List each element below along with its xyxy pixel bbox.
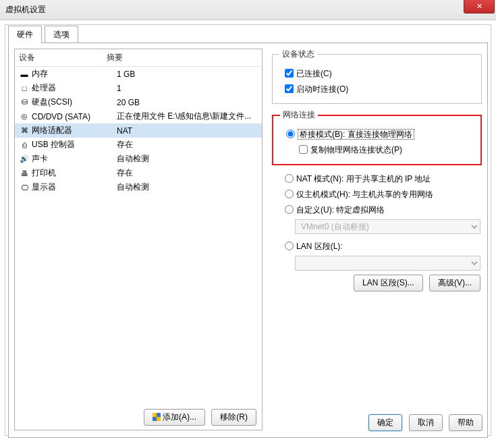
cancel-button[interactable]: 取消 (409, 414, 443, 431)
device-name: 显示器 (32, 181, 117, 193)
custom-radio[interactable]: 自定义(U): 特定虚拟网络 (281, 205, 385, 215)
device-list-pane: 设备 摘要 ▬内存1 GB□处理器1⛁硬盘(SCSI)20 GB◎CD/DVD … (14, 49, 263, 430)
device-summary: 存在 (117, 167, 258, 179)
device-summary: 20 GB (117, 98, 258, 107)
device-row-1[interactable]: □处理器1 (15, 81, 262, 95)
nat-radio[interactable]: NAT 模式(N): 用于共享主机的 IP 地址 (281, 174, 431, 184)
device-icon: 🖵 (18, 184, 30, 192)
device-row-8[interactable]: 🖵显示器自动检测 (15, 180, 262, 194)
nat-label: NAT 模式(N): 用于共享主机的 IP 地址 (296, 174, 431, 184)
device-row-6[interactable]: 🔊声卡自动检测 (15, 152, 262, 166)
tab-options[interactable]: 选项 (45, 26, 78, 43)
connected-checkbox[interactable]: 已连接(C) (282, 69, 332, 78)
help-button[interactable]: 帮助 (449, 414, 483, 431)
device-summary: 1 (117, 84, 258, 93)
device-summary: 正在使用文件 E:\感知信息\新建文件... (117, 111, 258, 122)
lan-segments-button[interactable]: LAN 区段(S)... (354, 275, 423, 291)
device-row-4[interactable]: ⌘网络适配器NAT (15, 123, 262, 138)
bridged-label: 桥接模式(B): 直接连接物理网络 (298, 129, 414, 140)
device-row-2[interactable]: ⛁硬盘(SCSI)20 GB (15, 95, 262, 109)
device-name: 处理器 (32, 82, 117, 94)
device-summary: NAT (117, 126, 258, 136)
device-summary: 存在 (117, 139, 258, 150)
replicate-label: 复制物理网络连接状态(P) (310, 145, 402, 155)
lanseg-combo[interactable] (295, 256, 480, 271)
device-name: 网络适配器 (32, 125, 117, 136)
device-icon: ⌘ (18, 126, 30, 135)
device-name: 声卡 (32, 153, 117, 165)
window-title: 虚拟机设置 (5, 5, 46, 14)
device-icon: ⎙ (18, 141, 30, 149)
col-device: 设备 (19, 52, 107, 63)
custom-label: 自定义(U): 特定虚拟网络 (296, 205, 385, 215)
device-name: 打印机 (32, 167, 117, 179)
replicate-checkbox[interactable]: 复制物理网络连接状态(P) (296, 145, 402, 155)
hostonly-radio[interactable]: 仅主机模式(H): 与主机共享的专用网络 (281, 190, 433, 199)
network-connection-group: 网络连接 桥接模式(B): 直接连接物理网络 复制物理网络连接状态(P) (272, 109, 482, 165)
device-summary: 自动检测 (117, 153, 258, 165)
device-status-legend: 设备状态 (279, 49, 317, 60)
close-button[interactable]: ✕ (464, 0, 495, 13)
device-icon: ⛁ (18, 98, 30, 107)
lanseg-radio[interactable]: LAN 区段(L): (281, 242, 343, 251)
device-name: 硬盘(SCSI) (32, 96, 117, 108)
device-icon: ▬ (18, 70, 30, 78)
device-status-group: 设备状态 已连接(C) 启动时连接(O) (272, 49, 482, 104)
custom-vmnet-combo[interactable]: VMnet0 (自动桥接) (295, 219, 480, 234)
connect-at-poweron-label: 启动时连接(O) (296, 84, 348, 94)
device-summary: 1 GB (117, 69, 258, 79)
lanseg-label: LAN 区段(L): (296, 242, 343, 251)
device-row-0[interactable]: ▬内存1 GB (15, 67, 262, 81)
device-name: 内存 (32, 68, 117, 80)
network-connection-legend: 网络连接 (280, 109, 318, 121)
device-name: CD/DVD (SATA) (32, 112, 117, 121)
connect-at-poweron-checkbox[interactable]: 启动时连接(O) (282, 84, 348, 94)
device-icon: 🖶 (18, 169, 30, 177)
device-icon: ◎ (18, 112, 30, 121)
device-row-3[interactable]: ◎CD/DVD (SATA)正在使用文件 E:\感知信息\新建文件... (15, 109, 262, 123)
hostonly-label: 仅主机模式(H): 与主机共享的专用网络 (296, 190, 433, 199)
advanced-button[interactable]: 高级(V)... (429, 275, 480, 291)
col-summary: 摘要 (107, 52, 123, 63)
device-icon: □ (18, 84, 30, 92)
connected-label: 已连接(C) (296, 69, 332, 78)
bridged-radio[interactable]: 桥接模式(B): 直接连接物理网络 (283, 130, 414, 139)
ok-button[interactable]: 确定 (368, 414, 402, 431)
device-row-7[interactable]: 🖶打印机存在 (15, 166, 262, 180)
device-name: USB 控制器 (32, 139, 117, 150)
device-summary: 自动检测 (117, 181, 258, 193)
device-row-5[interactable]: ⎙USB 控制器存在 (15, 138, 262, 152)
device-icon: 🔊 (18, 155, 30, 163)
tab-hardware[interactable]: 硬件 (8, 26, 42, 43)
